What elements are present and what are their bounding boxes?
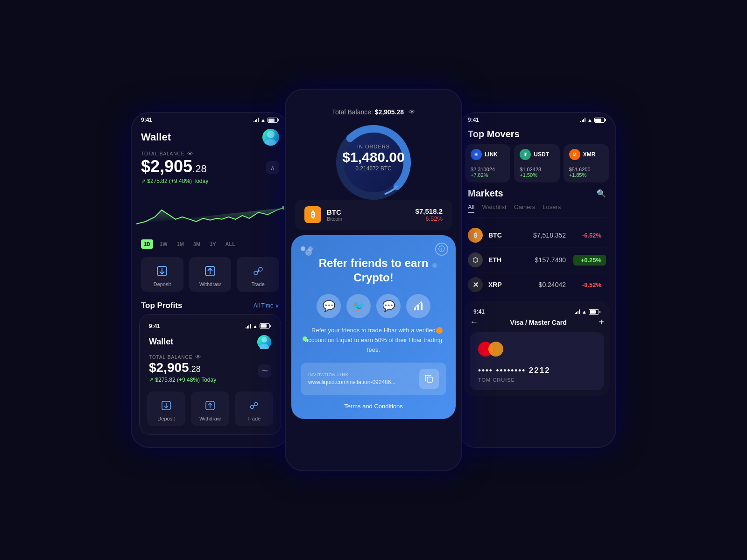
filter-1d[interactable]: 1D <box>141 239 153 249</box>
eye-icon[interactable]: 👁 <box>187 150 194 157</box>
right-status-time: 9:41 <box>468 117 479 123</box>
balance-section: TOTAL BALANCE 👁 $2,905.28 ↗ $275.82 (+9.… <box>132 150 289 189</box>
market-row-btc[interactable]: ₿ BTC $7,518.352 -6.52% <box>468 223 606 248</box>
twitter-share-button[interactable]: 🐦 <box>346 294 371 318</box>
market-row-eth[interactable]: ⬡ ETH $157.7490 +0.25% <box>468 248 606 273</box>
wallet-header: Wallet <box>132 125 289 150</box>
nested-trade-button[interactable]: Trade <box>235 392 273 426</box>
markets-title: Markets <box>468 188 503 199</box>
btc-price: $7,518.2 6.52% <box>416 207 443 222</box>
xmr-icon: M <box>569 149 580 160</box>
nested-status-time: 9:41 <box>149 323 160 329</box>
card-add-button[interactable]: + <box>599 317 604 328</box>
btc-row[interactable]: ₿ BTC Bitcoin $7,518.2 6.52% <box>295 200 452 230</box>
xrp-market-icon: ✕ <box>468 277 483 292</box>
right-phone: 9:41 ▲ Top Movers <box>458 112 616 448</box>
nested-status-bar: 9:41 ▲ <box>140 319 281 331</box>
donut-chart-area: IN ORDERS $1,480.00 0.214672 BTC <box>286 116 461 200</box>
nested-balance-row: $2,905.28 ↗ $275.82 (+9.48%) Today 〜 <box>149 361 271 384</box>
balance-amount: $2,905.28 <box>141 157 208 176</box>
withdraw-label: Withdraw <box>199 281 221 287</box>
nested-trade-icon <box>247 398 261 413</box>
eth-market-price: $157.7490 <box>535 256 566 264</box>
terms-link[interactable]: Terms and Conditions <box>301 403 446 410</box>
balance-change: ↗ $275.82 (+9.48%) Today <box>141 178 208 184</box>
market-row-xrp[interactable]: ✕ XRP $0.24042 -8.52% <box>468 273 606 297</box>
signal-icon <box>254 118 259 122</box>
info-icon[interactable]: ⓘ <box>435 243 448 256</box>
btc-full: Bitcoin <box>327 216 416 222</box>
mover-usdt-change: +1.50% <box>520 172 554 178</box>
screen-container: 9:41 ▲ Wallet <box>0 0 747 560</box>
mover-link-price: $2.310024 <box>471 167 505 172</box>
invitation-label: INVITATION LINK <box>308 372 415 377</box>
card-back-button[interactable]: ← <box>470 317 478 327</box>
deposit-button[interactable]: Deposit <box>141 257 183 292</box>
price-chart <box>136 189 284 236</box>
mover-link[interactable]: LINK $2.310024 +7.82% <box>465 144 510 182</box>
filter-1y[interactable]: 1Y <box>207 239 218 249</box>
search-icon[interactable]: 🔍 <box>597 189 606 198</box>
tab-gainers[interactable]: Gainers <box>514 203 536 213</box>
nested-deposit-label: Deposit <box>157 416 175 421</box>
nested-withdraw-button[interactable]: Withdraw <box>191 392 229 426</box>
avatar[interactable] <box>262 129 279 146</box>
decorative-dot-orange <box>436 327 443 334</box>
btc-name: BTC <box>327 208 416 216</box>
trade-icon <box>251 264 266 279</box>
trade-label: Trade <box>252 281 265 287</box>
decorative-dot-tr <box>432 263 437 268</box>
filter-3m[interactable]: 3M <box>190 239 203 249</box>
card-number: •••• •••••••• 2212 <box>478 366 596 375</box>
mover-usdt[interactable]: ₮ USDT $1.02428 +1.50% <box>514 144 559 182</box>
xrp-market-change: -8.52% <box>573 280 606 290</box>
btc-market-change: -6.52% <box>573 230 606 241</box>
svg-rect-22 <box>417 305 419 310</box>
nested-trade-label: Trade <box>247 416 261 421</box>
tab-losers[interactable]: Losers <box>543 203 561 213</box>
nested-deposit-button[interactable]: Deposit <box>147 392 185 426</box>
mover-xmr-change: +1.85% <box>569 172 603 178</box>
chat-share-button[interactable]: 💬 <box>317 294 341 318</box>
mover-link-change: +7.82% <box>471 172 505 178</box>
eth-market-name: ETH <box>488 256 535 264</box>
credit-card[interactable]: •••• •••••••• 2212 TOM CRUISE <box>470 332 604 390</box>
decorative-dot-green <box>303 336 307 341</box>
mover-link-header: LINK <box>471 149 505 160</box>
mover-xmr-header: M XMR <box>569 149 603 160</box>
collapse-button[interactable]: ∧ <box>266 161 279 174</box>
card-section-title: Visa / Master Card <box>510 319 567 326</box>
filter-all[interactable]: ALL <box>223 239 238 249</box>
mastercard-logo <box>478 342 596 357</box>
btc-icon: ₿ <box>304 206 321 223</box>
mover-xmr[interactable]: M XMR $51.6200 +1.85% <box>564 144 609 182</box>
battery-icon <box>268 118 279 123</box>
btc-market-price: $7,518.352 <box>533 231 566 239</box>
trade-button[interactable]: Trade <box>237 257 279 292</box>
nested-collapse-button[interactable]: 〜 <box>258 364 271 378</box>
invitation-value: www.liquid.com/invitation-092486... <box>308 379 415 385</box>
withdraw-button[interactable]: Withdraw <box>189 257 232 292</box>
copy-link-button[interactable] <box>419 369 439 389</box>
filter-1m[interactable]: 1M <box>174 239 187 249</box>
nested-wallet-title: Wallet <box>149 337 173 347</box>
nested-total-balance-label: TOTAL BALANCE 👁 <box>149 354 271 361</box>
top-profits-link[interactable]: All Time ∨ <box>254 302 279 309</box>
share-more-button[interactable] <box>406 294 430 318</box>
tab-all[interactable]: All <box>468 203 474 213</box>
tab-watchlist[interactable]: Watchlist <box>482 203 506 213</box>
svg-point-7 <box>254 271 258 275</box>
top-movers-title: Top Movers <box>458 125 615 144</box>
svg-point-10 <box>260 344 269 349</box>
nested-balance-amount: $2,905.28 <box>149 361 216 375</box>
filter-1w[interactable]: 1W <box>157 239 170 249</box>
center-eye-icon[interactable]: 👁 <box>409 108 415 116</box>
markets-header: Markets 🔍 <box>468 188 606 199</box>
card-holder: TOM CRUISE <box>478 377 596 383</box>
mover-xmr-name: XMR <box>583 151 596 158</box>
xrp-market-price: $0.24042 <box>539 281 566 288</box>
nested-wifi-icon: ▲ <box>253 323 258 329</box>
messenger-share-button[interactable]: 💬 <box>376 294 401 318</box>
referral-title: Refer friends to earn Crypto! <box>301 256 446 285</box>
deposit-icon <box>155 264 169 279</box>
